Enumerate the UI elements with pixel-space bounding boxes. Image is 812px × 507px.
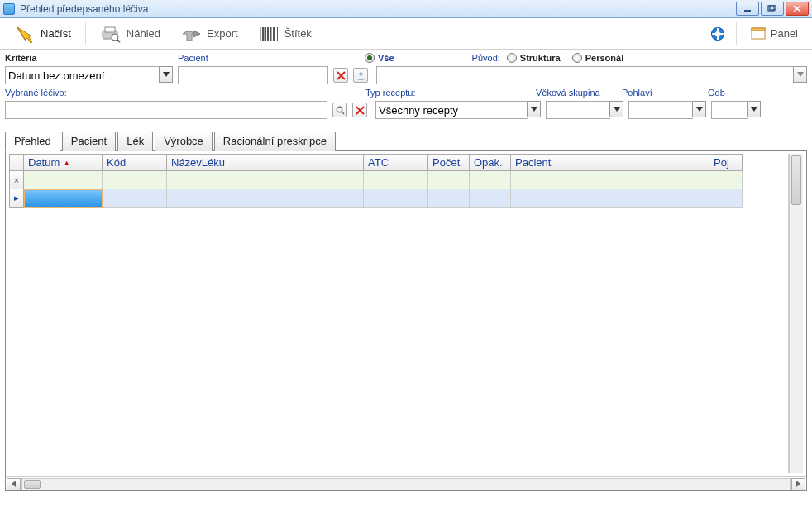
- scrollbar-thumb[interactable]: [24, 480, 41, 489]
- col-pocet[interactable]: Počet: [428, 154, 470, 171]
- col-poj[interactable]: Poj: [709, 154, 743, 171]
- svg-rect-9: [265, 27, 266, 41]
- preview-icon: [100, 24, 122, 44]
- col-nazevleku[interactable]: NázevLéku: [167, 154, 364, 171]
- dropdown-arrow-icon[interactable]: [747, 101, 761, 117]
- svg-rect-8: [262, 27, 265, 41]
- tab-panel: × ▸ Datum▲ Kód NázevLéku ATC Počet Opak.…: [5, 151, 807, 491]
- tab-manufacturer[interactable]: Výrobce: [155, 132, 213, 151]
- recipe-type-value: Všechny recepty: [379, 104, 458, 117]
- radio-all-label: Vše: [378, 53, 394, 63]
- dropdown-arrow-icon[interactable]: [527, 101, 541, 117]
- gender-combo[interactable]: [628, 101, 706, 119]
- tab-pacient[interactable]: Pacient: [62, 132, 116, 151]
- odb-label: Odb: [708, 88, 725, 98]
- current-row-marker: ▸: [14, 193, 19, 203]
- x-red-icon: [356, 106, 365, 115]
- date-criteria-combo[interactable]: [5, 66, 173, 84]
- tab-overview[interactable]: Přehled: [5, 132, 60, 151]
- date-criteria-value[interactable]: [8, 69, 157, 82]
- pacient-clear-button[interactable]: [333, 68, 348, 83]
- load-icon: [14, 24, 36, 44]
- sort-asc-icon: ▲: [63, 159, 70, 167]
- pacient-input[interactable]: [181, 69, 325, 82]
- svg-point-5: [112, 34, 118, 41]
- filter-row-header[interactable]: ×: [9, 171, 24, 189]
- age-group-combo[interactable]: [546, 101, 623, 119]
- radio-personal[interactable]: Personál: [572, 53, 623, 63]
- odb-combo[interactable]: [711, 101, 761, 119]
- help-button[interactable]: [705, 21, 731, 47]
- load-label: Načíst: [41, 27, 71, 40]
- age-group-label: Věková skupina: [536, 88, 600, 98]
- panel-button[interactable]: Panel: [742, 21, 807, 47]
- close-button[interactable]: [786, 2, 809, 16]
- grid-current-row[interactable]: [24, 189, 788, 208]
- col-opak[interactable]: Opak.: [470, 154, 511, 171]
- help-icon: [710, 26, 725, 41]
- dropdown-arrow-icon[interactable]: [793, 66, 807, 83]
- scrollbar-track[interactable]: [21, 478, 791, 490]
- preview-button[interactable]: Náhled: [91, 21, 170, 47]
- radio-struktura[interactable]: Struktura: [507, 53, 561, 63]
- origin-label: Původ:: [472, 53, 500, 63]
- vertical-scrollbar[interactable]: [789, 154, 803, 473]
- radio-all[interactable]: Vše: [365, 53, 394, 63]
- col-kod[interactable]: Kód: [103, 154, 167, 171]
- dropdown-arrow-icon[interactable]: [609, 101, 623, 117]
- drug-pick-button[interactable]: [332, 103, 347, 117]
- maximize-button[interactable]: [761, 2, 784, 16]
- radio-struct-label: Struktura: [520, 53, 561, 63]
- svg-point-21: [359, 72, 363, 76]
- label-label: Štítek: [284, 27, 312, 40]
- export-button[interactable]: Export: [171, 21, 247, 47]
- scroll-left-button[interactable]: [7, 478, 21, 490]
- scrollbar-thumb[interactable]: [791, 155, 801, 205]
- grid-wrap: × ▸ Datum▲ Kód NázevLéku ATC Počet Opak.…: [6, 151, 806, 476]
- svg-rect-12: [273, 27, 275, 41]
- close-icon: [792, 5, 802, 12]
- selected-drug-input[interactable]: [8, 104, 324, 117]
- grid-body: Datum▲ Kód NázevLéku ATC Počet Opak. Pac…: [24, 154, 789, 473]
- minimize-button[interactable]: [736, 2, 759, 16]
- dropdown-arrow-icon[interactable]: [692, 101, 706, 117]
- export-label: Export: [207, 27, 238, 40]
- filter-row-marker: ×: [14, 175, 19, 185]
- horizontal-scrollbar[interactable]: [6, 476, 806, 490]
- pacient-label: Pacient: [178, 53, 208, 63]
- col-pacient[interactable]: Pacient: [511, 154, 709, 171]
- drug-clear-button[interactable]: [352, 103, 367, 117]
- svg-rect-7: [260, 27, 261, 41]
- radio-dot-icon: [365, 53, 375, 63]
- selected-drug-field[interactable]: [5, 101, 327, 119]
- pacient-field[interactable]: [178, 66, 328, 84]
- scroll-right-button[interactable]: [791, 478, 805, 490]
- col-datum[interactable]: Datum▲: [24, 154, 103, 171]
- label-button[interactable]: Štítek: [249, 21, 321, 47]
- radio-personal-label: Personál: [585, 53, 623, 63]
- origin-combo[interactable]: [376, 66, 807, 84]
- search-icon: [336, 106, 345, 115]
- col-atc[interactable]: ATC: [364, 154, 428, 171]
- pacient-pick-button[interactable]: [353, 68, 368, 83]
- svg-point-22: [337, 107, 342, 112]
- recipe-type-combo[interactable]: Všechny recepty: [375, 101, 541, 119]
- svg-rect-13: [277, 27, 278, 41]
- current-row-header[interactable]: ▸: [9, 189, 24, 208]
- maximize-icon: [767, 5, 777, 12]
- separator: [736, 22, 737, 45]
- tab-drug[interactable]: Lék: [117, 132, 153, 151]
- dropdown-arrow-icon[interactable]: [159, 66, 173, 83]
- selected-drug-label: Vybrané léčivo:: [5, 88, 67, 98]
- load-button[interactable]: Načíst: [5, 21, 80, 47]
- grid-filter-row[interactable]: [24, 171, 788, 189]
- origin-input[interactable]: [380, 69, 791, 82]
- tab-strip: Přehled Pacient Lék Výrobce Racionální p…: [5, 131, 807, 151]
- grid-corner: [9, 154, 24, 171]
- svg-rect-17: [717, 26, 719, 41]
- tab-rational[interactable]: Racionální preskripce: [214, 132, 336, 151]
- svg-rect-0: [744, 10, 751, 12]
- chevron-right-icon: [795, 481, 801, 487]
- window-title: Přehled předepsaného léčiva: [20, 3, 736, 15]
- recipe-type-label: Typ receptu:: [365, 88, 416, 98]
